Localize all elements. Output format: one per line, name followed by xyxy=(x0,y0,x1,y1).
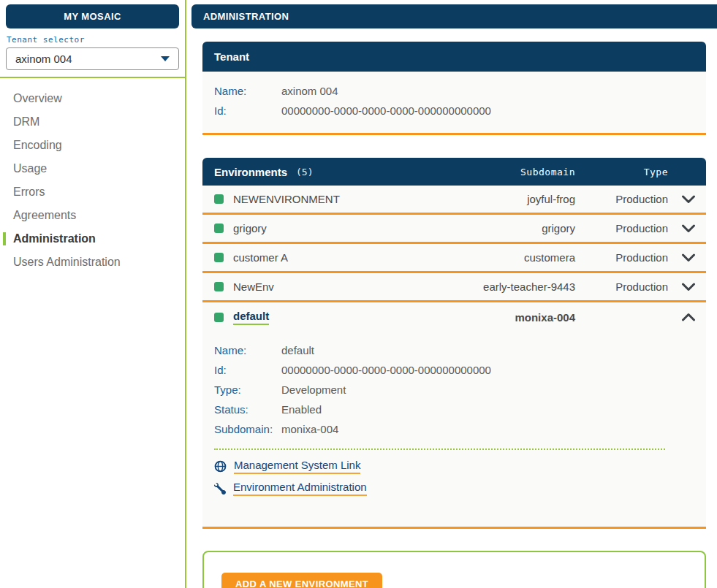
detail-type-row: Type: Development xyxy=(214,380,694,400)
environment-row-grigory[interactable]: grigory grigory Production xyxy=(202,215,706,244)
sidebar: MY MOSAIC Tenant selector axinom 004 Ove… xyxy=(0,0,186,588)
chevron-down-icon xyxy=(681,253,696,262)
chevron-up-icon xyxy=(681,313,696,321)
field-label: Type: xyxy=(214,383,281,396)
sidebar-item-errors[interactable]: Errors xyxy=(0,180,185,204)
field-label: Name: xyxy=(214,85,281,97)
chevron-down-icon xyxy=(681,283,696,291)
link-label: Management System Link xyxy=(234,459,360,474)
my-mosaic-button[interactable]: MY MOSAIC xyxy=(6,4,179,28)
detail-name-row: Name: default xyxy=(214,340,694,360)
globe-icon xyxy=(214,460,227,473)
status-enabled-icon xyxy=(214,224,224,233)
sidebar-item-users-administration[interactable]: Users Administration xyxy=(0,251,185,274)
environment-row-newenvironment[interactable]: NEWENVIRONMENT joyful-frog Production xyxy=(202,186,706,215)
environment-subdomain: joyful-frog xyxy=(449,193,580,205)
environment-subdomain: early-teacher-9443 xyxy=(449,280,580,293)
field-value: Development xyxy=(281,383,346,396)
main-content: ADMINISTRATION Tenant Name: axinom 004 I… xyxy=(188,0,717,588)
environment-administration-link[interactable]: Environment Administration xyxy=(214,481,694,496)
tenant-id-row: Id: 00000000-0000-0000-0000-000000000000 xyxy=(214,101,694,121)
management-system-link[interactable]: Management System Link xyxy=(214,459,694,474)
sidebar-nav: Overview DRM Encoding Usage Errors Agree… xyxy=(0,87,185,274)
environment-type: Production xyxy=(580,222,668,234)
chevron-down-icon xyxy=(681,224,696,233)
field-label: Id: xyxy=(214,364,281,376)
tenant-card-title: Tenant xyxy=(214,50,249,63)
environment-name: grigory xyxy=(233,222,267,234)
field-label: Subdomain: xyxy=(214,423,281,435)
tenant-selector-value: axinom 004 xyxy=(15,53,72,65)
column-header-type: Type xyxy=(580,167,668,177)
environments-count: (5) xyxy=(296,167,313,177)
field-label: Status: xyxy=(214,403,281,416)
field-value: monixa-004 xyxy=(281,423,338,435)
environments-card-header: Environments (5) Subdomain Type xyxy=(202,158,706,186)
sidebar-item-encoding[interactable]: Encoding xyxy=(0,134,185,157)
field-value: Enabled xyxy=(281,403,322,416)
expand-row-button[interactable] xyxy=(668,195,697,204)
sidebar-item-usage[interactable]: Usage xyxy=(0,157,185,180)
add-environment-button[interactable]: ADD A NEW ENVIRONMENT xyxy=(221,573,382,588)
environment-subdomain: monixa-004 xyxy=(449,311,580,324)
page-title: ADMINISTRATION xyxy=(191,4,717,28)
environments-card: Environments (5) Subdomain Type NEWENVIR… xyxy=(202,158,706,529)
environment-name: NewEnv xyxy=(233,280,274,293)
field-value: 00000000-0000-0000-0000-000000000000 xyxy=(281,104,491,117)
chevron-down-icon xyxy=(681,195,696,204)
environment-type: Production xyxy=(580,280,668,293)
expand-row-button[interactable] xyxy=(668,224,697,233)
sidebar-item-overview[interactable]: Overview xyxy=(0,87,185,110)
sidebar-item-administration[interactable]: Administration xyxy=(0,227,185,251)
detail-id-row: Id: 00000000-0000-0000-0000-000000000000 xyxy=(214,360,694,380)
status-enabled-icon xyxy=(214,194,224,204)
field-label: Id: xyxy=(214,104,281,117)
link-label: Environment Administration xyxy=(233,481,367,496)
environment-subdomain: customera xyxy=(449,251,580,264)
environment-subdomain: grigory xyxy=(449,222,580,234)
field-value: 00000000-0000-0000-0000-000000000000 xyxy=(281,364,491,376)
sidebar-item-agreements[interactable]: Agreements xyxy=(0,204,185,227)
environment-row-default[interactable]: default monixa-004 xyxy=(202,302,706,332)
collapse-row-button[interactable] xyxy=(668,313,697,321)
status-enabled-icon xyxy=(214,282,224,291)
dotted-divider xyxy=(214,448,665,450)
detail-subdomain-row: Subdomain: monixa-004 xyxy=(214,419,694,439)
tenant-card-body: Name: axinom 004 Id: 00000000-0000-0000-… xyxy=(202,72,706,135)
app-root: MY MOSAIC Tenant selector axinom 004 Ove… xyxy=(0,0,717,588)
field-label: Name: xyxy=(214,344,281,356)
environments-card-title: Environments xyxy=(214,166,287,178)
tenant-card-header: Tenant xyxy=(202,42,706,72)
detail-status-row: Status: Enabled xyxy=(214,400,694,419)
environment-details: Name: default Id: 00000000-0000-0000-000… xyxy=(202,332,706,527)
tenant-selector-label: Tenant selector xyxy=(7,35,185,45)
sidebar-item-drm[interactable]: DRM xyxy=(0,110,185,134)
status-enabled-icon xyxy=(214,313,224,322)
tenant-card: Tenant Name: axinom 004 Id: 00000000-000… xyxy=(202,42,706,135)
environment-type: Production xyxy=(580,193,668,205)
chevron-down-icon xyxy=(161,56,170,61)
column-header-subdomain: Subdomain xyxy=(449,167,580,177)
environment-name: NEWENVIRONMENT xyxy=(233,193,340,205)
tenant-selector-dropdown[interactable]: axinom 004 xyxy=(6,47,179,70)
environment-row-newenv[interactable]: NewEnv early-teacher-9443 Production xyxy=(202,273,706,302)
status-enabled-icon xyxy=(214,253,224,262)
divider xyxy=(0,77,185,78)
environment-name-link[interactable]: default xyxy=(233,310,269,325)
field-value: default xyxy=(281,344,314,356)
wrench-icon xyxy=(214,483,226,495)
environment-type: Production xyxy=(580,251,668,264)
add-environment-card: ADD A NEW ENVIRONMENT xyxy=(202,551,706,588)
environment-row-customer-a[interactable]: customer A customera Production xyxy=(202,244,706,273)
expand-row-button[interactable] xyxy=(668,253,697,262)
environment-name: customer A xyxy=(233,251,288,264)
field-value: axinom 004 xyxy=(281,85,338,97)
tenant-name-row: Name: axinom 004 xyxy=(214,81,694,101)
expand-row-button[interactable] xyxy=(668,283,697,291)
